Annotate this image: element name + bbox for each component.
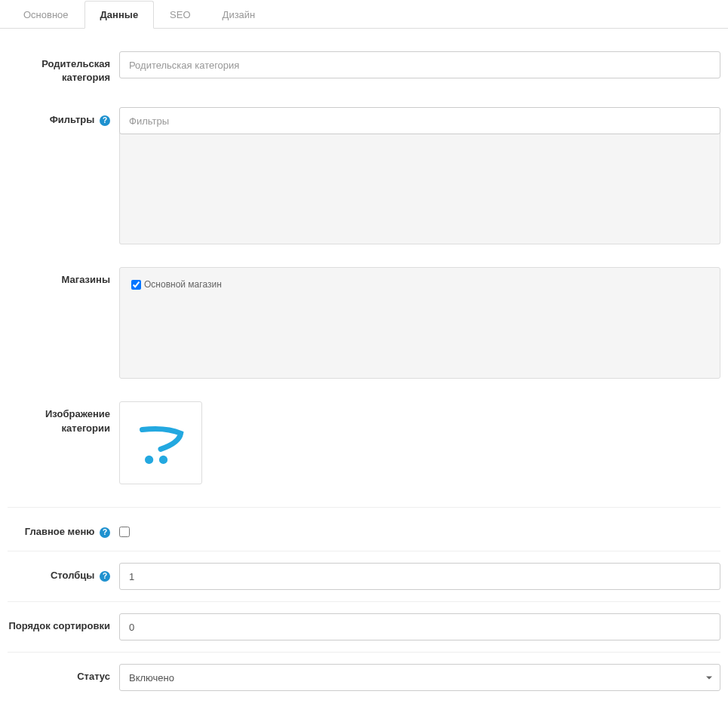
row-stores: Магазины Основной магазин (8, 267, 720, 379)
help-icon[interactable]: ? (100, 527, 110, 538)
tab-general[interactable]: Основное (8, 1, 84, 29)
form-container: Родительская категория Фильтры ? Магазин… (0, 29, 728, 691)
parent-category-input[interactable] (119, 51, 720, 78)
help-icon[interactable]: ? (100, 571, 110, 582)
label-columns: Столбцы ? (8, 563, 119, 590)
label-status: Статус (8, 664, 119, 691)
store-main-row[interactable]: Основной магазин (131, 279, 708, 290)
stores-panel: Основной магазин (119, 267, 720, 379)
row-parent-category: Родительская категория (8, 51, 720, 84)
row-filters: Фильтры ? (8, 107, 720, 244)
svg-point-0 (145, 456, 153, 464)
sort-order-input[interactable] (119, 613, 720, 640)
cart-icon (134, 416, 187, 469)
tabs-nav: Основное Данные SEO Дизайн (0, 0, 728, 29)
tab-data[interactable]: Данные (84, 1, 155, 29)
row-main-menu: Главное меню ? (8, 507, 720, 539)
category-image-picker[interactable] (119, 401, 202, 484)
filters-input[interactable] (119, 107, 720, 134)
columns-input[interactable] (119, 563, 720, 590)
row-columns: Столбцы ? (8, 551, 720, 590)
label-category-image: Изображение категории (8, 401, 119, 484)
filters-panel[interactable] (119, 133, 720, 244)
help-icon[interactable]: ? (100, 115, 110, 126)
label-sort-order: Порядок сортировки (8, 613, 119, 640)
row-status: Статус Включено (8, 652, 720, 691)
store-main-checkbox[interactable] (131, 280, 141, 290)
tab-seo[interactable]: SEO (154, 1, 206, 29)
label-parent-category: Родительская категория (8, 51, 119, 84)
label-main-menu: Главное меню ? (8, 519, 119, 539)
label-filters: Фильтры ? (8, 107, 119, 244)
main-menu-checkbox[interactable] (119, 527, 130, 537)
row-category-image: Изображение категории (8, 401, 720, 484)
status-select[interactable]: Включено (119, 664, 720, 691)
store-main-label: Основной магазин (144, 279, 222, 290)
tab-design[interactable]: Дизайн (207, 1, 272, 29)
svg-point-1 (159, 456, 167, 464)
label-stores: Магазины (8, 267, 119, 379)
row-sort-order: Порядок сортировки (8, 601, 720, 640)
